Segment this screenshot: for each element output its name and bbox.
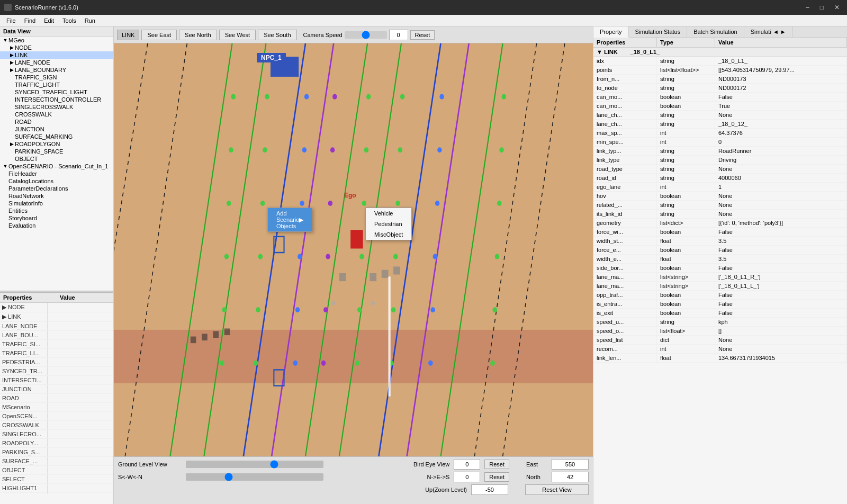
right-props-row-road-id[interactable]: road_idstring4000060	[593, 174, 847, 183]
ground-level-slider[interactable]	[186, 461, 323, 468]
tree-item-openscenario[interactable]: ▼ OpenSCENARIO - Scenario_Cut_In_1	[0, 163, 113, 170]
props-row-pedestria[interactable]: PEDESTRIA...	[0, 358, 113, 367]
north-input[interactable]	[552, 472, 589, 482]
tree-item-fileheader[interactable]: FileHeader	[0, 170, 113, 177]
tree-item-lane-boundary[interactable]: ▶ LANE_BOUNDARY	[0, 66, 113, 74]
right-props-row-to-node[interactable]: to_nodestringND000172	[593, 84, 847, 93]
props-row-lane-node[interactable]: LANE_NODE	[0, 322, 113, 331]
tree-item-roadpolygon[interactable]: ▶ ROADPOLYGON	[0, 140, 113, 148]
minimize-button[interactable]: –	[803, 3, 813, 12]
tree-item-junction[interactable]: JUNCTION	[0, 125, 113, 133]
viewport[interactable]: NPC_1 Ego Add Scenario Objects ▶ Vehicle…	[114, 43, 593, 456]
right-props-row-link-len[interactable]: link_len...float134.66731791934015	[593, 354, 847, 363]
tree-item-singlecrosswalk[interactable]: SINGLECROSSWALK	[0, 103, 113, 111]
miscobject-menuitem[interactable]: MiscObject	[366, 229, 411, 240]
right-props-row-can-mo-2[interactable]: can_mo...booleanTrue	[593, 102, 847, 111]
tree-item-crosswalk[interactable]: CROSSWALK	[0, 111, 113, 118]
tree-item-intersection-controller[interactable]: INTERSECTION_CONTROLLER	[0, 96, 113, 103]
maximize-button[interactable]: □	[817, 3, 827, 12]
tree-item-traffic-sign[interactable]: TRAFFIC_SIGN	[0, 74, 113, 81]
tree-item-roadnetwork[interactable]: RoadNetwork	[0, 192, 113, 200]
tree-item-storyboard[interactable]: Storyboard	[0, 214, 113, 222]
right-props-group-link[interactable]: ▼ LINK _18_0_L1_	[593, 48, 847, 57]
props-row-junction[interactable]: JUNCTION	[0, 385, 113, 394]
right-props-row-speed-u[interactable]: speed_u...stringkph	[593, 318, 847, 327]
right-props-row-is-entra[interactable]: is_entra...booleanFalse	[593, 300, 847, 309]
tree-item-lane-node[interactable]: ▶ LANE_NODE	[0, 59, 113, 66]
props-row-node[interactable]: ▶ NODE	[0, 303, 113, 312]
east-input[interactable]	[552, 459, 589, 470]
props-row-traffic-si[interactable]: TRAFFIC_SI...	[0, 340, 113, 349]
n-input[interactable]	[454, 472, 480, 482]
right-props-row-lane-ch-2[interactable]: lane_ch...string_18_0_12_	[593, 120, 847, 129]
tab-simulati[interactable]: Simulati ◄ ►	[744, 26, 793, 37]
right-props-row-lane-ma-1[interactable]: lane_ma...list<string>['_18_0_L1_R_']	[593, 273, 847, 282]
tree-item-traffic-light[interactable]: TRAFFIC_LIGHT	[0, 81, 113, 88]
right-props-row-width-e[interactable]: width_e...float3.5	[593, 255, 847, 264]
props-row-select[interactable]: SELECT	[0, 475, 113, 484]
props-row-crosswalk[interactable]: CROSSWALK	[0, 421, 113, 430]
menu-tools[interactable]: Tools	[58, 16, 80, 25]
tree-item-cataloglocations[interactable]: CatalogLocations	[0, 177, 113, 185]
right-props-row-geometry[interactable]: geometrylist<dict>[{'id': 0, 'method': '…	[593, 219, 847, 228]
reset-view-button[interactable]: Reset View	[525, 484, 589, 495]
right-props-row-speed-o[interactable]: speed_o...list<float>[]	[593, 327, 847, 336]
right-props-row-force-e[interactable]: force_e...booleanFalse	[593, 246, 847, 255]
props-row-highlight2[interactable]: HIGHLIGHT2	[0, 493, 113, 494]
right-props-row-width-st[interactable]: width_st...float3.5	[593, 237, 847, 246]
n-reset-button[interactable]: Reset	[484, 472, 509, 482]
props-row-singlecro[interactable]: SINGLECRO...	[0, 430, 113, 439]
props-row-object[interactable]: OBJECT	[0, 466, 113, 475]
right-props-row-related[interactable]: related_...stringNone	[593, 201, 847, 210]
right-props-row-its-link-id[interactable]: its_link_idstringNone	[593, 210, 847, 219]
tree-item-synced-traffic-light[interactable]: SYNCED_TRAFFIC_LIGHT	[0, 88, 113, 96]
props-row-surface[interactable]: SURFACE_...	[0, 457, 113, 466]
menu-edit[interactable]: Edit	[40, 16, 58, 25]
tree-item-simulatorinfo[interactable]: SimulatorInfo	[0, 200, 113, 207]
props-row-highlight1[interactable]: HIGHLIGHT1	[0, 484, 113, 493]
see-west-button[interactable]: See West	[219, 30, 256, 40]
tree-item-link[interactable]: ▶ LINK	[0, 51, 113, 59]
tree-item-evaluation[interactable]: Evaluation	[0, 222, 113, 229]
up-zoom-input[interactable]	[471, 484, 508, 495]
props-row-traffic-li[interactable]: TRAFFIC_LI...	[0, 349, 113, 358]
right-props-row-opp-traf[interactable]: opp_traf...booleanFalse	[593, 291, 847, 300]
right-props-row-lane-ch-1[interactable]: lane_ch...stringNone	[593, 111, 847, 120]
tab-simulation-status[interactable]: Simulation Status	[629, 26, 688, 37]
menu-file[interactable]: File	[2, 16, 20, 25]
right-props-row-side-bor[interactable]: side_bor...booleanFalse	[593, 264, 847, 273]
props-row-openscen[interactable]: OpenSCEN...	[0, 412, 113, 421]
see-south-button[interactable]: See South	[258, 30, 296, 40]
props-row-link[interactable]: ▶ LINK	[0, 312, 113, 322]
menu-find[interactable]: Find	[20, 16, 40, 25]
right-props-row-recom[interactable]: recom...intNone	[593, 345, 847, 354]
add-scenario-objects-menuitem[interactable]: Add Scenario Objects ▶	[268, 208, 312, 231]
right-props-row-lane-ma-2[interactable]: lane_ma...list<string>['_18_0_L1_L_']	[593, 282, 847, 291]
right-props-row-from-n[interactable]: from_n...stringND000173	[593, 75, 847, 84]
camera-speed-slider[interactable]	[345, 31, 387, 39]
right-props-row-min-spe[interactable]: min_spe...int0	[593, 138, 847, 147]
props-row-parking-s[interactable]: PARKING_S...	[0, 448, 113, 457]
right-props-row-points[interactable]: pointslist<list<float>>[[543.40531475097…	[593, 66, 847, 75]
right-props-row-ego-lane[interactable]: ego_laneint1	[593, 183, 847, 192]
right-props-row-can-mo-1[interactable]: can_mo...booleanFalse	[593, 93, 847, 102]
bird-eye-input[interactable]	[454, 459, 480, 470]
tree-item-road[interactable]: ROAD	[0, 118, 113, 125]
props-row-roadpoly[interactable]: ROADPOLY...	[0, 439, 113, 448]
tree-item-mgeo[interactable]: ▼ MGeo	[0, 37, 113, 44]
right-props-row-is-exit[interactable]: is_exitbooleanFalse	[593, 309, 847, 318]
right-props-row-idx[interactable]: idxstring_18_0_L1_	[593, 57, 847, 66]
right-props-row-link-typ[interactable]: link_typ...stringRoadRunner	[593, 147, 847, 156]
tree-item-entities[interactable]: Entities	[0, 207, 113, 214]
see-east-button[interactable]: See East	[141, 30, 177, 40]
tree-item-node[interactable]: ▶ NODE	[0, 44, 113, 51]
tree-item-parking-space[interactable]: PARKING_SPACE	[0, 148, 113, 155]
right-props-row-speed-list[interactable]: speed_listdictNone	[593, 336, 847, 345]
vehicle-menuitem[interactable]: Vehicle	[366, 208, 411, 219]
tree-item-parameterdeclarations[interactable]: ParameterDeclarations	[0, 185, 113, 192]
right-props-row-max-sp[interactable]: max_sp...int64.37376	[593, 129, 847, 138]
tab-batch-simulation[interactable]: Batch Simulation	[687, 26, 744, 37]
close-button[interactable]: ✕	[831, 3, 843, 12]
props-row-road[interactable]: ROAD	[0, 394, 113, 403]
right-props-row-hov[interactable]: hovbooleanNone	[593, 192, 847, 201]
